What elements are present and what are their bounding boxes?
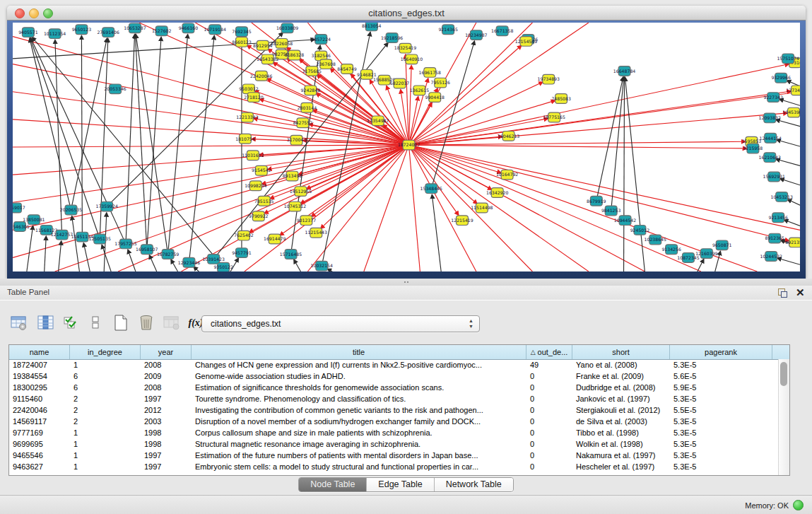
- graph-node[interactable]: 11215443: [305, 228, 327, 238]
- splitter-grip-icon[interactable]: [404, 281, 409, 284]
- table-row[interactable]: 1872400712008Changes of HCN gene express…: [9, 359, 779, 370]
- table-row[interactable]: 977716911998Corpus callosum shape and si…: [9, 427, 779, 438]
- citation-network-graph[interactable]: 9405571101123549650123276914061065328715…: [13, 23, 800, 271]
- table-cell[interactable]: 0: [526, 395, 572, 403]
- table-cell[interactable]: 5.3E-5: [670, 428, 772, 437]
- graph-node[interactable]: 15716485: [280, 250, 302, 259]
- table-cell[interactable]: 2: [70, 417, 141, 426]
- table-cell[interactable]: 5.5E-5: [670, 406, 772, 414]
- graph-node[interactable]: 18775165: [543, 112, 565, 122]
- graph-node[interactable]: 16210643: [759, 153, 781, 163]
- table-row[interactable]: 1938455462009Genome-wide association stu…: [9, 370, 779, 382]
- table-cell[interactable]: 5.6E-5: [670, 372, 772, 380]
- table-cell[interactable]: Genome-wide association studies in ADHD.: [192, 372, 526, 380]
- graph-node[interactable]: 12093832: [759, 113, 781, 123]
- table-cell[interactable]: Corpus callosum shape and size in male p…: [192, 428, 526, 437]
- window-titlebar[interactable]: citations_edges.txt: [7, 6, 806, 21]
- table-cell[interactable]: 2008: [141, 383, 192, 392]
- table-cell[interactable]: Estimation of the future numbers of pati…: [192, 451, 526, 460]
- graph-node[interactable]: 12444154: [760, 133, 782, 143]
- table-cell[interactable]: 0: [526, 383, 572, 392]
- table-mode-icon[interactable]: [10, 313, 28, 332]
- graph-node[interactable]: 10653287: [124, 23, 146, 33]
- table-cell[interactable]: 0: [526, 372, 572, 380]
- graph-node[interactable]: 11031612: [242, 151, 264, 160]
- table-cell[interactable]: 1997: [141, 451, 192, 460]
- table-cell[interactable]: 5.3E-5: [670, 417, 772, 426]
- graph-node[interactable]: 10719184: [204, 25, 226, 35]
- table-row[interactable]: 1830029562008Estimation of significance …: [9, 382, 779, 393]
- graph-node[interactable]: 9466160: [179, 23, 199, 33]
- table-cell[interactable]: Estimation of significance thresholds fo…: [192, 383, 526, 392]
- tab-network-table[interactable]: Network Table: [435, 478, 513, 491]
- graph-node[interactable]: 10453982: [782, 107, 800, 117]
- table-cell[interactable]: Jankovic et al. (1997): [572, 395, 670, 403]
- table-cell[interactable]: 2012: [141, 406, 192, 414]
- table-cell[interactable]: 1: [70, 451, 141, 460]
- graph-node[interactable]: 8813054: [362, 23, 382, 31]
- graph-node[interactable]: 9457791: [232, 248, 252, 258]
- table-cell[interactable]: 0: [526, 406, 572, 414]
- table-cell[interactable]: 2: [70, 406, 141, 414]
- table-cell[interactable]: Franke et al. (2009): [572, 372, 670, 380]
- graph-node[interactable]: 15692931: [763, 172, 785, 182]
- table-cell[interactable]: 0: [526, 440, 572, 448]
- table-cell[interactable]: Dudbridge et al. (2008): [572, 383, 670, 392]
- table-cell[interactable]: 5.3E-5: [670, 395, 772, 403]
- graph-node[interactable]: 16961758: [419, 68, 441, 78]
- select-rows-icon[interactable]: [62, 313, 81, 332]
- table-cell[interactable]: 2008: [141, 361, 192, 369]
- graph-node[interactable]: 9213456: [768, 213, 788, 223]
- graph-node[interactable]: 7955126: [430, 78, 450, 88]
- close-panel-icon[interactable]: ✕: [796, 286, 805, 299]
- graph-node[interactable]: 8454749: [337, 64, 357, 74]
- table-cell[interactable]: Investigating the contribution of common…: [192, 406, 526, 414]
- graph-node[interactable]: 9546305: [13, 222, 30, 232]
- tab-node-table[interactable]: Node Table: [299, 478, 367, 491]
- table-cell[interactable]: 18300295: [9, 383, 70, 392]
- graph-node[interactable]: 9214365: [438, 25, 458, 35]
- graph-node[interactable]: 10238645: [645, 235, 666, 245]
- graph-node[interactable]: 16033809: [276, 23, 298, 33]
- column-header-out_de[interactable]: △out_de...: [526, 345, 572, 359]
- table-cell[interactable]: 9465546: [9, 451, 70, 460]
- graph-node[interactable]: 10244532: [760, 252, 782, 262]
- table-cell[interactable]: 1998: [141, 440, 192, 448]
- table-row[interactable]: 969969511998Structural magnetic resonanc…: [9, 438, 779, 450]
- table-cell[interactable]: 1: [70, 462, 141, 471]
- column-header-in_degree[interactable]: in_degree: [70, 345, 141, 359]
- table-cell[interactable]: 9777169: [9, 428, 70, 437]
- graph-node[interactable]: 8913498: [283, 171, 302, 181]
- graph-node[interactable]: 13850081: [23, 215, 45, 225]
- table-cell[interactable]: 2: [70, 395, 141, 403]
- graph-node[interactable]: 17359924: [95, 201, 117, 211]
- table-cell[interactable]: 1: [70, 428, 141, 437]
- table-cell[interactable]: 0: [526, 462, 572, 471]
- table-cell[interactable]: 49: [526, 361, 572, 369]
- table-cell[interactable]: Structural magnetic resonance image aver…: [192, 440, 526, 448]
- graph-node[interactable]: 3170043: [287, 135, 307, 145]
- table-cell[interactable]: 6: [70, 372, 141, 380]
- graph-node[interactable]: 19218596: [381, 33, 403, 43]
- graph-node[interactable]: 9012377: [297, 216, 317, 226]
- graph-node[interactable]: 9650123: [72, 25, 92, 35]
- graph-node[interactable]: 16342920: [486, 188, 508, 198]
- graph-node[interactable]: 8912365: [765, 233, 785, 243]
- column-header-year[interactable]: year: [141, 345, 192, 359]
- table-cell[interactable]: 19384554: [9, 372, 70, 380]
- graph-node[interactable]: 18325419: [394, 43, 416, 53]
- clear-selection-icon[interactable]: [86, 313, 105, 332]
- table-scrollbar-thumb[interactable]: [780, 362, 787, 386]
- table-cell[interactable]: 0: [526, 428, 572, 437]
- table-cell[interactable]: 2009: [141, 372, 192, 380]
- table-cell[interactable]: Nakamura et al. (1997): [572, 451, 670, 460]
- table-cell[interactable]: Yano et al. (2008): [572, 361, 670, 369]
- table-cell[interactable]: 9115460: [9, 395, 70, 403]
- table-cell[interactable]: 6: [70, 383, 141, 392]
- graph-node[interactable]: 7857224: [312, 35, 331, 45]
- table-cell[interactable]: Wolkin et al. (1998): [572, 440, 670, 448]
- graph-node[interactable]: 2803144: [298, 103, 317, 112]
- memory-indicator[interactable]: Memory: OK: [745, 500, 804, 510]
- graph-node[interactable]: 8679919: [587, 196, 606, 206]
- table-cell[interactable]: 0: [526, 417, 572, 426]
